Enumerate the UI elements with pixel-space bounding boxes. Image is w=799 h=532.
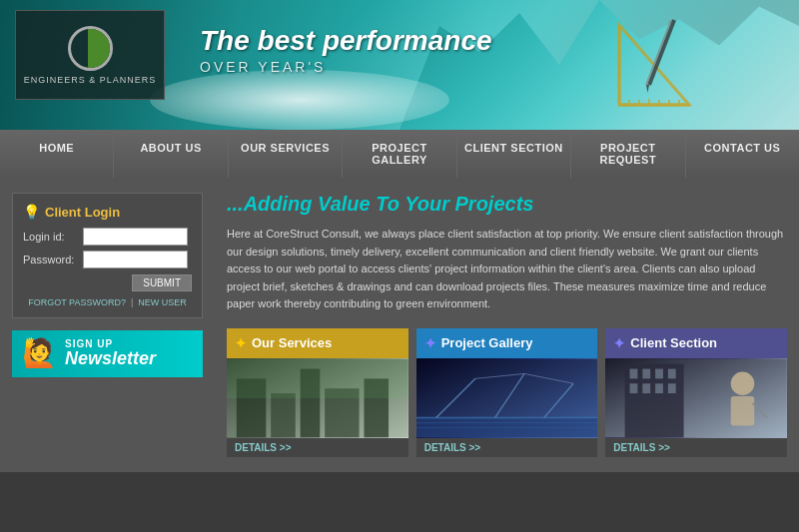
svg-rect-18: [227, 359, 408, 398]
services-card-header: ✦ Our Services: [227, 328, 408, 358]
password-row: Password:: [23, 251, 192, 268]
client-card-image: [605, 358, 787, 438]
sidebar: 💡 Client Login Login id: Password: SUBMI…: [0, 178, 215, 472]
password-label: Password:: [23, 254, 83, 266]
svg-rect-38: [668, 383, 676, 393]
gallery-star-icon: ✦: [424, 335, 436, 351]
site-header: ENGINEERS & PLANNERS The best performanc…: [0, 0, 799, 130]
login-id-input[interactable]: [83, 228, 188, 246]
nav-contact[interactable]: CONTACT US: [686, 130, 799, 178]
services-star-icon: ✦: [235, 335, 247, 351]
gallery-card-title: Project Gallery: [441, 335, 533, 350]
svg-point-39: [731, 371, 755, 395]
right-content: ...Adding Value To Your Projects Here at…: [215, 178, 799, 472]
header-clouds: [150, 70, 449, 130]
svg-marker-11: [646, 85, 649, 93]
nav-clients[interactable]: CLIENT SECTION: [457, 130, 571, 178]
logo-circle: [68, 26, 113, 71]
new-user-link[interactable]: NEW USER: [138, 297, 187, 307]
svg-rect-34: [668, 369, 676, 379]
gallery-card-image: [416, 358, 598, 438]
main-nav: HOME ABOUT US OUR SERVICES PROJECT GALLE…: [0, 130, 799, 178]
forgot-password-link[interactable]: FORGOT PASSWORD?: [28, 297, 126, 307]
login-id-label: Login id:: [23, 231, 83, 243]
password-input[interactable]: [83, 251, 188, 268]
submit-button[interactable]: SUBMIT: [132, 274, 192, 291]
header-tagline: The best performance OVER YEAR'S: [200, 25, 492, 75]
logo-icon: [65, 26, 115, 71]
nav-services[interactable]: OUR SERVICES: [229, 130, 343, 178]
services-card-image: [227, 358, 408, 438]
client-details-link[interactable]: DETAILS >>: [605, 438, 787, 457]
nav-about[interactable]: ABOUT US: [114, 130, 228, 178]
gallery-card-header: ✦ Project Gallery: [416, 328, 598, 358]
services-details-link[interactable]: DETAILS >>: [227, 438, 408, 457]
client-login-title: 💡 Client Login: [23, 204, 192, 220]
newsletter-text: SIGN UP Newsletter: [65, 338, 156, 369]
main-content: 💡 Client Login Login id: Password: SUBMI…: [0, 178, 799, 472]
client-login-box: 💡 Client Login Login id: Password: SUBMI…: [12, 193, 203, 318]
main-description: Here at CoreStruct Consult, we always pl…: [227, 226, 787, 313]
tagline-sub: OVER YEAR'S: [200, 59, 492, 75]
main-heading: ...Adding Value To Your Projects: [227, 193, 787, 216]
ruler-icon: [599, 5, 719, 125]
nav-gallery[interactable]: PROJECT GALLERY: [343, 130, 456, 178]
newsletter-box[interactable]: 🙋 SIGN UP Newsletter: [12, 330, 203, 377]
logo-green-block: [88, 29, 110, 71]
logo-area[interactable]: ENGINEERS & PLANNERS: [15, 10, 165, 100]
gallery-details-link[interactable]: DETAILS >>: [416, 438, 598, 457]
cards-row: ✦ Our Services: [227, 328, 787, 457]
client-card-title: Client Section: [630, 335, 717, 350]
login-id-row: Login id:: [23, 228, 192, 246]
svg-rect-33: [655, 369, 663, 379]
nav-home[interactable]: HOME: [0, 130, 114, 178]
client-card: ✦ Client Section: [605, 328, 787, 457]
client-card-header: ✦ Client Section: [605, 328, 787, 358]
svg-rect-36: [643, 383, 651, 393]
gallery-card: ✦ Project Gallery: [416, 328, 598, 457]
client-login-label: Client Login: [45, 205, 120, 220]
svg-rect-35: [630, 383, 638, 393]
nav-request[interactable]: PROJECT REQUEST: [571, 130, 685, 178]
client-star-icon: ✦: [613, 335, 625, 351]
svg-rect-31: [630, 369, 638, 379]
services-card-title: Our Services: [252, 335, 332, 350]
logo-text: ENGINEERS & PLANNERS: [24, 75, 157, 85]
svg-rect-37: [655, 383, 663, 393]
bulb-icon: 💡: [23, 204, 40, 220]
services-card: ✦ Our Services: [227, 328, 408, 457]
forgot-links: FORGOT PASSWORD? | NEW USER: [23, 297, 192, 307]
client-img-bg: [605, 358, 787, 438]
svg-line-10: [646, 20, 671, 85]
newsletter-title: Newsletter: [65, 349, 156, 369]
services-img-bg: [227, 358, 408, 438]
tagline-main: The best performance: [200, 25, 492, 57]
svg-rect-14: [271, 393, 296, 437]
svg-rect-40: [731, 396, 755, 425]
svg-rect-32: [643, 369, 651, 379]
newsletter-figure-icon: 🙋: [22, 339, 57, 367]
gallery-img-bg: [416, 358, 598, 438]
